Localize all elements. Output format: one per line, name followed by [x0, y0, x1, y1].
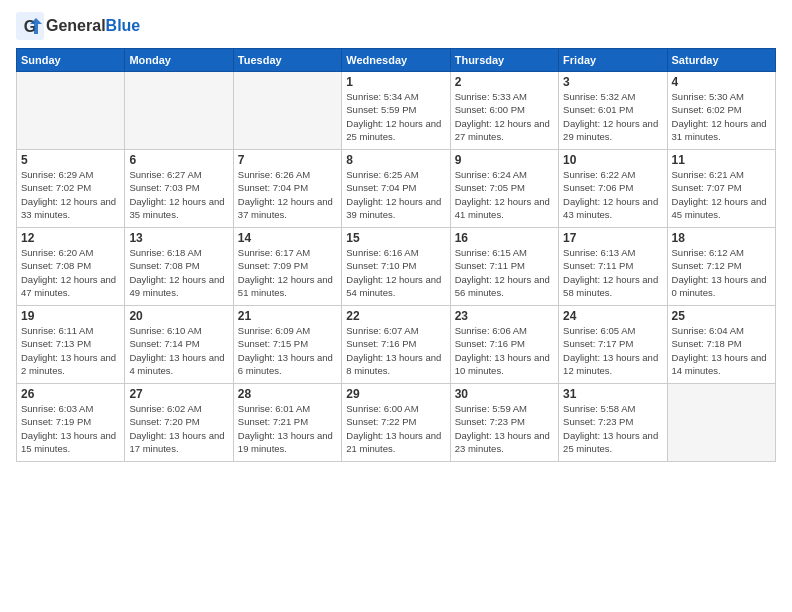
day-number: 15	[346, 231, 445, 245]
calendar-cell: 22Sunrise: 6:07 AM Sunset: 7:16 PM Dayli…	[342, 306, 450, 384]
day-number: 19	[21, 309, 120, 323]
day-info: Sunrise: 6:25 AM Sunset: 7:04 PM Dayligh…	[346, 168, 445, 221]
calendar-cell: 18Sunrise: 6:12 AM Sunset: 7:12 PM Dayli…	[667, 228, 775, 306]
calendar-cell: 5Sunrise: 6:29 AM Sunset: 7:02 PM Daylig…	[17, 150, 125, 228]
calendar-cell: 15Sunrise: 6:16 AM Sunset: 7:10 PM Dayli…	[342, 228, 450, 306]
day-info: Sunrise: 6:04 AM Sunset: 7:18 PM Dayligh…	[672, 324, 771, 377]
day-number: 4	[672, 75, 771, 89]
day-number: 5	[21, 153, 120, 167]
day-number: 3	[563, 75, 662, 89]
calendar-cell	[17, 72, 125, 150]
logo-blue: Blue	[106, 17, 141, 34]
week-row-3: 19Sunrise: 6:11 AM Sunset: 7:13 PM Dayli…	[17, 306, 776, 384]
day-info: Sunrise: 6:02 AM Sunset: 7:20 PM Dayligh…	[129, 402, 228, 455]
day-number: 1	[346, 75, 445, 89]
calendar-cell: 25Sunrise: 6:04 AM Sunset: 7:18 PM Dayli…	[667, 306, 775, 384]
calendar-cell: 3Sunrise: 5:32 AM Sunset: 6:01 PM Daylig…	[559, 72, 667, 150]
day-number: 2	[455, 75, 554, 89]
day-number: 11	[672, 153, 771, 167]
calendar-cell: 11Sunrise: 6:21 AM Sunset: 7:07 PM Dayli…	[667, 150, 775, 228]
day-number: 28	[238, 387, 337, 401]
day-info: Sunrise: 6:20 AM Sunset: 7:08 PM Dayligh…	[21, 246, 120, 299]
day-number: 16	[455, 231, 554, 245]
day-info: Sunrise: 6:03 AM Sunset: 7:19 PM Dayligh…	[21, 402, 120, 455]
day-header-monday: Monday	[125, 49, 233, 72]
day-number: 10	[563, 153, 662, 167]
week-row-2: 12Sunrise: 6:20 AM Sunset: 7:08 PM Dayli…	[17, 228, 776, 306]
day-info: Sunrise: 6:01 AM Sunset: 7:21 PM Dayligh…	[238, 402, 337, 455]
day-info: Sunrise: 6:07 AM Sunset: 7:16 PM Dayligh…	[346, 324, 445, 377]
calendar-cell: 21Sunrise: 6:09 AM Sunset: 7:15 PM Dayli…	[233, 306, 341, 384]
calendar-cell	[125, 72, 233, 150]
day-header-thursday: Thursday	[450, 49, 558, 72]
calendar-cell: 26Sunrise: 6:03 AM Sunset: 7:19 PM Dayli…	[17, 384, 125, 462]
day-number: 31	[563, 387, 662, 401]
calendar-cell: 27Sunrise: 6:02 AM Sunset: 7:20 PM Dayli…	[125, 384, 233, 462]
calendar-cell: 1Sunrise: 5:34 AM Sunset: 5:59 PM Daylig…	[342, 72, 450, 150]
calendar-body: 1Sunrise: 5:34 AM Sunset: 5:59 PM Daylig…	[17, 72, 776, 462]
day-info: Sunrise: 6:00 AM Sunset: 7:22 PM Dayligh…	[346, 402, 445, 455]
day-number: 8	[346, 153, 445, 167]
day-header-friday: Friday	[559, 49, 667, 72]
day-header-tuesday: Tuesday	[233, 49, 341, 72]
day-info: Sunrise: 6:27 AM Sunset: 7:03 PM Dayligh…	[129, 168, 228, 221]
day-info: Sunrise: 6:13 AM Sunset: 7:11 PM Dayligh…	[563, 246, 662, 299]
calendar-cell: 6Sunrise: 6:27 AM Sunset: 7:03 PM Daylig…	[125, 150, 233, 228]
day-number: 22	[346, 309, 445, 323]
day-info: Sunrise: 5:32 AM Sunset: 6:01 PM Dayligh…	[563, 90, 662, 143]
day-info: Sunrise: 6:21 AM Sunset: 7:07 PM Dayligh…	[672, 168, 771, 221]
calendar-cell: 8Sunrise: 6:25 AM Sunset: 7:04 PM Daylig…	[342, 150, 450, 228]
day-info: Sunrise: 6:15 AM Sunset: 7:11 PM Dayligh…	[455, 246, 554, 299]
calendar-cell: 7Sunrise: 6:26 AM Sunset: 7:04 PM Daylig…	[233, 150, 341, 228]
logo-icon: G	[16, 12, 44, 40]
day-number: 13	[129, 231, 228, 245]
day-number: 27	[129, 387, 228, 401]
day-info: Sunrise: 6:12 AM Sunset: 7:12 PM Dayligh…	[672, 246, 771, 299]
calendar-cell: 9Sunrise: 6:24 AM Sunset: 7:05 PM Daylig…	[450, 150, 558, 228]
day-info: Sunrise: 5:30 AM Sunset: 6:02 PM Dayligh…	[672, 90, 771, 143]
calendar-cell: 2Sunrise: 5:33 AM Sunset: 6:00 PM Daylig…	[450, 72, 558, 150]
logo-general: General	[46, 17, 106, 34]
day-number: 6	[129, 153, 228, 167]
day-header-saturday: Saturday	[667, 49, 775, 72]
day-info: Sunrise: 6:22 AM Sunset: 7:06 PM Dayligh…	[563, 168, 662, 221]
calendar-cell: 29Sunrise: 6:00 AM Sunset: 7:22 PM Dayli…	[342, 384, 450, 462]
day-info: Sunrise: 6:09 AM Sunset: 7:15 PM Dayligh…	[238, 324, 337, 377]
day-info: Sunrise: 6:05 AM Sunset: 7:17 PM Dayligh…	[563, 324, 662, 377]
day-number: 21	[238, 309, 337, 323]
day-info: Sunrise: 5:34 AM Sunset: 5:59 PM Dayligh…	[346, 90, 445, 143]
day-info: Sunrise: 6:29 AM Sunset: 7:02 PM Dayligh…	[21, 168, 120, 221]
day-number: 25	[672, 309, 771, 323]
day-info: Sunrise: 5:33 AM Sunset: 6:00 PM Dayligh…	[455, 90, 554, 143]
week-row-0: 1Sunrise: 5:34 AM Sunset: 5:59 PM Daylig…	[17, 72, 776, 150]
day-number: 12	[21, 231, 120, 245]
calendar-cell: 10Sunrise: 6:22 AM Sunset: 7:06 PM Dayli…	[559, 150, 667, 228]
calendar-cell: 30Sunrise: 5:59 AM Sunset: 7:23 PM Dayli…	[450, 384, 558, 462]
day-info: Sunrise: 6:24 AM Sunset: 7:05 PM Dayligh…	[455, 168, 554, 221]
calendar-cell: 20Sunrise: 6:10 AM Sunset: 7:14 PM Dayli…	[125, 306, 233, 384]
calendar-cell	[233, 72, 341, 150]
calendar-cell: 24Sunrise: 6:05 AM Sunset: 7:17 PM Dayli…	[559, 306, 667, 384]
calendar-cell: 31Sunrise: 5:58 AM Sunset: 7:23 PM Dayli…	[559, 384, 667, 462]
header: G GeneralBlue	[16, 12, 776, 40]
calendar-cell: 23Sunrise: 6:06 AM Sunset: 7:16 PM Dayli…	[450, 306, 558, 384]
calendar-cell: 13Sunrise: 6:18 AM Sunset: 7:08 PM Dayli…	[125, 228, 233, 306]
calendar-cell: 16Sunrise: 6:15 AM Sunset: 7:11 PM Dayli…	[450, 228, 558, 306]
day-info: Sunrise: 6:06 AM Sunset: 7:16 PM Dayligh…	[455, 324, 554, 377]
day-number: 17	[563, 231, 662, 245]
calendar-cell: 4Sunrise: 5:30 AM Sunset: 6:02 PM Daylig…	[667, 72, 775, 150]
day-number: 18	[672, 231, 771, 245]
calendar-cell	[667, 384, 775, 462]
day-info: Sunrise: 6:10 AM Sunset: 7:14 PM Dayligh…	[129, 324, 228, 377]
day-info: Sunrise: 5:58 AM Sunset: 7:23 PM Dayligh…	[563, 402, 662, 455]
calendar-cell: 14Sunrise: 6:17 AM Sunset: 7:09 PM Dayli…	[233, 228, 341, 306]
calendar-header: SundayMondayTuesdayWednesdayThursdayFrid…	[17, 49, 776, 72]
week-row-1: 5Sunrise: 6:29 AM Sunset: 7:02 PM Daylig…	[17, 150, 776, 228]
day-number: 26	[21, 387, 120, 401]
calendar-cell: 17Sunrise: 6:13 AM Sunset: 7:11 PM Dayli…	[559, 228, 667, 306]
day-info: Sunrise: 6:26 AM Sunset: 7:04 PM Dayligh…	[238, 168, 337, 221]
day-info: Sunrise: 6:18 AM Sunset: 7:08 PM Dayligh…	[129, 246, 228, 299]
day-header-wednesday: Wednesday	[342, 49, 450, 72]
day-info: Sunrise: 5:59 AM Sunset: 7:23 PM Dayligh…	[455, 402, 554, 455]
calendar: SundayMondayTuesdayWednesdayThursdayFrid…	[16, 48, 776, 462]
